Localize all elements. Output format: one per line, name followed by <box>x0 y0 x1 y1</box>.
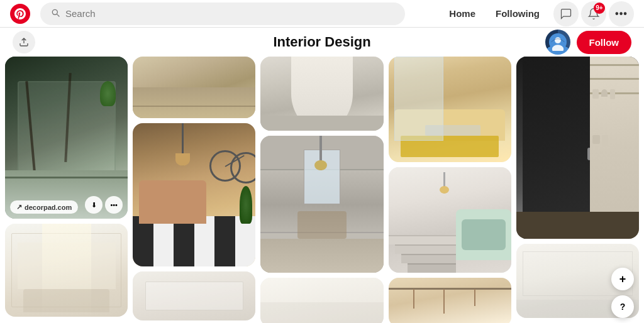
notification-badge: 9+ <box>594 3 605 14</box>
search-icon <box>50 8 60 20</box>
pin-source-label: ↗ decorpad.com <box>10 200 78 214</box>
help-button[interactable]: ? <box>611 295 634 318</box>
notifications-button[interactable]: 9+ <box>581 1 606 26</box>
pin-more-button[interactable]: ••• <box>105 196 123 214</box>
pin-hallway[interactable] <box>260 57 383 131</box>
pin-dark-kitchen[interactable]: ↗ decorpad.com ⬇ ••• <box>5 57 128 219</box>
more-options-button[interactable]: ••• <box>609 1 634 26</box>
pin-white-interior[interactable] <box>133 271 255 320</box>
header-icon-group: 9+ ••• <box>553 1 634 26</box>
avatar-image <box>545 30 570 55</box>
search-bar[interactable] <box>40 3 405 25</box>
upload-button[interactable] <box>13 31 35 53</box>
board-actions: Follow <box>545 30 632 55</box>
masonry-col-2 <box>133 57 255 323</box>
more-dots-icon: ••• <box>615 8 628 19</box>
pin-dark-pantry[interactable] <box>516 57 639 239</box>
search-input[interactable] <box>65 8 395 19</box>
external-link-icon: ↗ <box>16 203 22 211</box>
svg-point-1 <box>555 37 561 43</box>
pin-light-room2[interactable] <box>260 278 383 323</box>
pinterest-logo[interactable] <box>10 4 30 24</box>
masonry-col-4 <box>389 57 511 323</box>
pin-modern-ext[interactable] <box>389 278 511 323</box>
masonry-col-5: + ? <box>516 57 639 323</box>
nav-home[interactable]: Home <box>440 3 484 24</box>
app-header: Home Following 9+ ••• <box>0 0 644 28</box>
masonry-col-3 <box>260 57 383 323</box>
pin-living-room-bike[interactable] <box>133 123 255 266</box>
avatar <box>545 30 570 55</box>
pin-white-room[interactable] <box>5 224 128 317</box>
pin-kitchen-corridor[interactable] <box>260 136 383 273</box>
masonry-col-1: ↗ decorpad.com ⬇ ••• <box>5 57 128 323</box>
messages-button[interactable] <box>553 1 579 26</box>
nav-following[interactable]: Following <box>487 3 548 24</box>
main-nav: Home Following <box>440 3 548 24</box>
pin-action-bar: ⬇ ••• <box>85 196 123 214</box>
fab-button-group: + ? <box>611 268 634 318</box>
follow-button[interactable]: Follow <box>577 31 632 54</box>
pin-staircase[interactable] <box>389 167 511 273</box>
pin-download-button[interactable]: ⬇ <box>85 196 103 214</box>
pin-grid: ↗ decorpad.com ⬇ ••• <box>0 57 644 323</box>
pin-top-floor[interactable] <box>133 57 255 118</box>
board-title: Interior Design <box>273 34 370 50</box>
board-header: Interior Design Follow <box>0 28 644 57</box>
pin-bright-living[interactable] <box>389 57 511 162</box>
add-button[interactable]: + <box>611 268 634 290</box>
